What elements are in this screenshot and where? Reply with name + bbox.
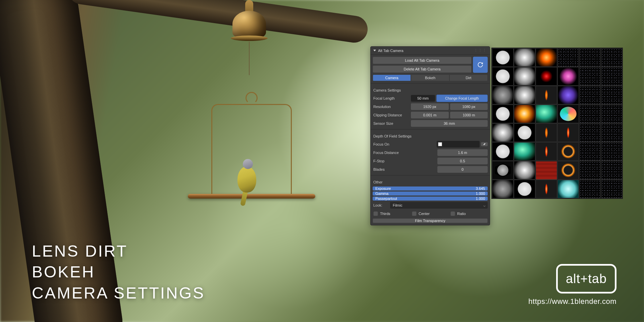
look-dropdown[interactable]: Filmic [390,202,488,209]
focus-distance-label: Focus Distance [373,151,436,155]
chevron-down-icon [373,50,376,51]
ratio-checkbox[interactable] [450,211,455,216]
dirt-thumb[interactable] [579,105,601,123]
dirt-thumb[interactable] [579,86,601,104]
dirt-thumb[interactable] [579,142,601,161]
bokeh-thumb[interactable] [514,180,535,198]
dirt-thumb[interactable] [579,180,601,198]
clipping-near-field[interactable]: 0.001 m [411,112,449,118]
bird [235,158,262,195]
focus-distance-field[interactable]: 1.6 m [437,149,488,156]
bokeh-thumb[interactable] [492,180,514,198]
panel-header[interactable]: Alt Tab Camera ⋮⋮⋮ [371,47,490,55]
bokeh-thumb[interactable] [514,105,535,123]
focal-length-label: Focal Length [373,96,410,100]
tab-dirt[interactable]: Dirt [449,74,488,81]
dirt-thumb[interactable] [601,161,623,179]
panel-grip-icon[interactable]: ⋮⋮⋮ [474,48,487,53]
section-other: Other [373,177,488,185]
bokeh-thumb[interactable] [536,180,557,198]
resolution-x-field[interactable]: 1920 px [411,103,449,110]
change-focal-length-button[interactable]: Change Focal Length [436,95,488,102]
bokeh-thumb[interactable] [492,105,514,123]
look-value: Filmic [393,203,402,207]
gamma-value: 1.000 [476,192,485,196]
focal-length-value[interactable]: 50 mm [411,95,435,102]
exposure-label: Exposure [375,186,391,191]
bokeh-thumb[interactable] [492,86,514,104]
dirt-thumb[interactable] [601,180,623,198]
panel-title: Alt Tab Camera [378,49,404,53]
bokeh-thumb[interactable] [514,67,535,86]
blades-field[interactable]: 0 [437,166,488,173]
dirt-thumb[interactable] [601,142,623,161]
blades-label: Blades [373,167,436,171]
dirt-thumb[interactable] [579,48,601,67]
bird-perch [188,101,315,215]
bokeh-thumb[interactable] [557,123,579,142]
bokeh-thumb[interactable] [557,142,579,161]
dirt-thumb[interactable] [601,105,623,123]
tab-bokeh[interactable]: Bokeh [411,74,449,81]
bokeh-thumb[interactable] [492,142,514,161]
promo-title: LENS DIRT BOKEH CAMERA SETTINGS [32,241,205,304]
refresh-button[interactable] [473,57,488,73]
bokeh-thumb[interactable] [514,48,535,67]
refresh-icon [477,62,483,68]
bokeh-thumb[interactable] [514,86,535,104]
dirt-thumb[interactable] [601,123,623,142]
thirds-checkbox[interactable] [373,211,378,216]
bokeh-thumb[interactable] [514,123,535,142]
clipping-far-field[interactable]: 1000 m [450,112,488,118]
dirt-thumb[interactable] [579,67,601,86]
exposure-slider[interactable]: Exposure 3.645 [373,186,488,191]
dirt-thumb[interactable] [601,48,623,67]
promo-line1: LENS DIRT [32,241,205,262]
sensor-size-field[interactable]: 36 mm [411,120,488,127]
gamma-slider[interactable]: Gamma 1.000 [373,192,488,196]
fstop-field[interactable]: 0.5 [437,158,488,164]
load-camera-button[interactable]: Load Alt Tab Camera [373,57,472,64]
tabs: Camera Bokeh Dirt [373,74,488,81]
bell [231,0,268,60]
dirt-thumb[interactable] [579,123,601,142]
alt-tab-camera-panel: Alt Tab Camera ⋮⋮⋮ Load Alt Tab Camera D… [370,46,490,225]
exposure-value: 3.645 [476,186,485,191]
bokeh-thumb[interactable] [492,67,514,86]
resolution-y-field[interactable]: 1080 px [450,103,488,110]
delete-camera-button[interactable]: Delete Alt Tab Camera [373,65,472,73]
film-transparency-button[interactable]: Film Transparency [373,218,488,223]
eyedropper-icon [482,142,486,146]
dirt-thumb[interactable] [557,48,579,67]
bokeh-thumb[interactable] [536,86,557,104]
bokeh-thumb[interactable] [492,48,514,67]
bokeh-thumb[interactable] [536,67,557,86]
eyedropper-button[interactable] [481,142,488,146]
bokeh-thumb[interactable] [536,105,557,123]
center-label: Center [419,212,430,216]
logo-text: alt+tab [566,272,607,286]
bokeh-thumb[interactable] [557,67,579,86]
tab-camera[interactable]: Camera [373,74,411,81]
dirt-thumb[interactable] [579,161,601,179]
bokeh-thumb[interactable] [536,48,557,67]
bokeh-thumb[interactable] [557,180,579,198]
bokeh-thumb[interactable] [536,161,557,179]
bokeh-thumb[interactable] [536,142,557,161]
thirds-label: Thirds [380,212,390,216]
passepartout-slider[interactable]: Passepartout 1.000 [373,197,488,201]
gamma-label: Gamma [375,192,388,196]
bokeh-thumb[interactable] [557,86,579,104]
object-icon [438,142,442,146]
bokeh-thumb[interactable] [514,161,535,179]
center-checkbox[interactable] [412,211,417,216]
dirt-thumb[interactable] [601,86,623,104]
focus-on-field[interactable] [437,141,480,148]
look-label: Look: [373,203,389,207]
dirt-thumb[interactable] [601,67,623,86]
bokeh-thumb[interactable] [536,123,557,142]
promo-line3: CAMERA SETTINGS [32,283,205,304]
bokeh-thumb[interactable] [557,161,579,179]
bokeh-thumb[interactable] [514,142,535,161]
bokeh-thumb[interactable] [492,123,514,142]
